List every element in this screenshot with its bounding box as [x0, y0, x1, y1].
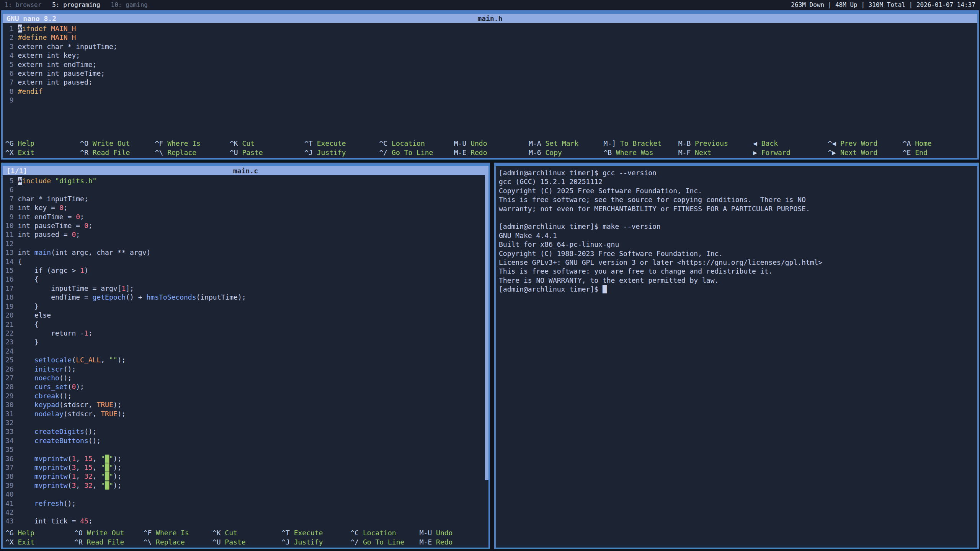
line-number: 32 — [5, 418, 14, 427]
code-line: 14{ — [5, 257, 488, 266]
terminal-cursor: █ — [603, 285, 607, 293]
terminal-line: warranty; not even for MERCHANTABILITY o… — [499, 204, 974, 213]
nano-shortcut: ^▶Next Word — [828, 148, 902, 157]
line-number: 43 — [5, 517, 14, 525]
code-line: 7extern int paused; — [5, 78, 977, 86]
nano-buffer-indicator: [1/1] — [7, 167, 27, 175]
line-number: 35 — [5, 445, 14, 454]
nano-shortcut: ^RRead File — [74, 538, 143, 546]
code-line: 35 — [5, 445, 488, 454]
code-line: 7char * inputTime; — [5, 194, 488, 203]
code-line: 36 mvprintw(1, 15, "█"); — [5, 454, 488, 463]
code-line: 1#ifndef MAIN_H — [5, 24, 977, 33]
line-number: 29 — [5, 391, 14, 400]
line-number: 34 — [5, 436, 14, 445]
main-c-code[interactable]: 5#include "digits.h"67char * inputTime;8… — [3, 175, 488, 528]
code-line: 29 cbreak(); — [5, 391, 488, 400]
line-number: 30 — [5, 400, 14, 409]
nano-shortcut: M-ERedo — [454, 148, 529, 157]
nano-shortcut: ^CLocation — [350, 528, 419, 537]
code-line: 42 — [5, 508, 488, 517]
line-number: 25 — [5, 355, 14, 364]
line-number: 16 — [5, 275, 14, 284]
nano-shortcut: ^JJustify — [281, 538, 350, 546]
line-number: 31 — [5, 409, 14, 418]
terminal-line: [admin@archlinux timer]$ make --version — [499, 222, 974, 231]
nano-shortcut: ^\Replace — [144, 538, 212, 546]
code-line: 3extern char * inputTime; — [5, 42, 977, 51]
nano-shortcut: ▶Forward — [753, 148, 828, 157]
code-line: 31 nodelay(stdscr, TRUE); — [5, 409, 488, 418]
code-line: 2#define MAIN_H — [5, 33, 977, 42]
line-number: 36 — [5, 454, 14, 463]
scrollbar[interactable] — [485, 175, 488, 480]
code-line: 41 refresh(); — [5, 499, 488, 508]
line-number: 17 — [5, 284, 14, 293]
nano-shortcut: ^RRead File — [80, 148, 155, 157]
nano-shortcut: ^JJustify — [304, 148, 379, 157]
code-line: 9 — [5, 96, 977, 104]
line-number: 18 — [5, 293, 14, 302]
main-h-code[interactable]: 1#ifndef MAIN_H2#define MAIN_H3extern ch… — [3, 23, 977, 139]
workspace-button[interactable]: 10: gaming — [111, 1, 148, 8]
main-h-shortcuts: ^GHelp^OWrite Out^FWhere Is^KCut^TExecut… — [3, 139, 977, 158]
code-line: 38 mvprintw(1, 32, "█"); — [5, 472, 488, 481]
code-line: 19 } — [5, 302, 488, 311]
editor-cursor: # — [18, 177, 22, 185]
nano-shortcut: M-FNext — [678, 148, 753, 157]
code-line: 18 endTime = getEpoch() + hmsToSeconds(i… — [5, 293, 488, 302]
code-line: 27 noecho(); — [5, 373, 488, 382]
nano-shortcut: ^BWhere Was — [603, 148, 678, 157]
terminal-line: License GPLv3+: GNU GPL version 3 or lat… — [499, 258, 974, 267]
line-number: 4 — [5, 51, 14, 60]
line-number: 13 — [5, 248, 14, 257]
nano-shortcut: ^EEnd — [903, 148, 977, 157]
workspace-button[interactable]: 1: browser — [5, 1, 41, 8]
code-line: 5extern int endTime; — [5, 60, 977, 69]
nano-shortcut: M-UUndo — [420, 528, 488, 537]
line-number: 14 — [5, 257, 14, 266]
nano-titlebar: GNU nano 8.2 main.h — [3, 14, 977, 23]
line-number: 26 — [5, 365, 14, 373]
nano-shortcut: ^OWrite Out — [80, 139, 155, 148]
nano-shortcut: M-BPrevious — [678, 139, 753, 148]
code-line: 8int key = 0; — [5, 203, 488, 212]
code-line: 25 setlocale(LC_ALL, ""); — [5, 355, 488, 364]
nano-filename: main.h — [3, 15, 977, 23]
line-number: 20 — [5, 311, 14, 320]
nano-window-main-c[interactable]: [1/1] main.c 5#include "digits.h"67char … — [1, 163, 490, 549]
nano-shortcut: M-]To Bracket — [603, 139, 678, 148]
line-number: 8 — [5, 87, 14, 96]
line-number: 8 — [5, 203, 14, 212]
terminal-line — [499, 213, 974, 222]
code-line: 28 curs_set(0); — [5, 382, 488, 391]
nano-shortcut: M-UUndo — [454, 139, 529, 148]
line-number: 5 — [5, 176, 14, 185]
nano-window-main-h[interactable]: GNU nano 8.2 main.h 1#ifndef MAIN_H2#def… — [1, 10, 979, 160]
terminal-line: Copyright (C) 1988-2023 Free Software Fo… — [499, 249, 974, 258]
terminal-window[interactable]: [admin@archlinux timer]$ gcc --versiongc… — [494, 163, 979, 549]
line-number: 9 — [5, 96, 14, 104]
line-number: 9 — [5, 212, 14, 221]
workspace-button[interactable]: 5: programing — [52, 1, 100, 8]
nano-shortcut: ^XExit — [5, 538, 74, 546]
nano-shortcut: ^/Go To Line — [379, 148, 454, 157]
code-line: 30 keypad(stdscr, TRUE); — [5, 400, 488, 409]
nano-shortcut: ^GHelp — [5, 139, 80, 148]
code-line: 37 mvprintw(3, 15, "█"); — [5, 463, 488, 472]
terminal-output[interactable]: [admin@archlinux timer]$ gcc --versiongc… — [496, 166, 977, 548]
line-number: 37 — [5, 463, 14, 472]
code-line: 16 { — [5, 275, 488, 284]
nano-shortcut: ^KCut — [212, 528, 281, 537]
workspace-list: 1: browser5: programing10: gaming — [5, 1, 148, 8]
line-number: 19 — [5, 302, 14, 311]
line-number: 6 — [5, 185, 14, 194]
code-line: 33 createDigits(); — [5, 427, 488, 436]
line-number: 11 — [5, 230, 14, 239]
line-number: 3 — [5, 42, 14, 51]
nano-filename: main.c — [3, 167, 488, 175]
code-line: 12 — [5, 239, 488, 248]
nano-shortcut: ^GHelp — [5, 528, 74, 537]
nano-shortcut: ^/Go To Line — [350, 538, 419, 546]
terminal-line: GNU Make 4.4.1 — [499, 231, 974, 240]
